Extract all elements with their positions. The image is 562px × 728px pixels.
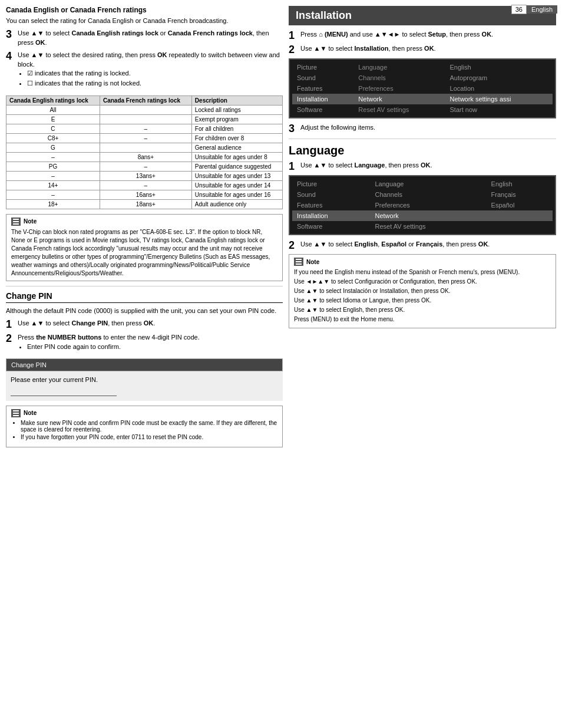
ratings-note-box: Note The V-Chip can block non rated prog… [6,214,283,281]
menu-cell-2: English [487,179,553,189]
language-note-line: Use ▲▼ to select Instalación or Installa… [294,287,551,295]
menu-cell-1: Network [353,94,445,104]
menu-cell-2: Network settings assi [445,94,553,104]
table-cell: Unsuitable for ages under 16 [191,190,282,199]
table-header-col3: Description [191,95,282,105]
step-content: Use ▲▼ to select the desired rating, the… [18,51,283,92]
installation-step2: 2 Use ▲▼ to select Installation, then pr… [289,44,556,55]
table-cell: For all children [191,124,282,133]
note-icon [294,258,303,266]
installation-step3: 3 Adjust the following items. [289,123,556,134]
ratings-step4: 4 Use ▲▼ to select the desired rating, t… [6,51,283,92]
left-column: Canada English or Canada French ratings … [6,6,283,722]
menu-cell-1: Reset AV settings [371,221,487,232]
menu-cell-1: Channels [371,189,487,200]
table-cell: Exempt program [191,114,282,124]
menu-row: FeaturesPreferencesEspañol [292,200,553,210]
menu-cell-1: Preferences [353,83,445,94]
menu-cell-2: Start now [445,104,553,115]
menu-row: PictureLanguageEnglish [292,62,553,73]
language-note-line: If you need the English menu instead of … [294,268,551,276]
language-step2: 2 Use ▲▼ to select English, Español or F… [289,240,556,251]
page-language: English [527,5,557,14]
step-num: 1 [289,30,297,41]
menu-cell-2 [487,221,553,232]
pin-input-underline[interactable] [11,387,117,396]
step-num: 3 [289,123,297,134]
step-num: 1 [289,161,297,172]
note-lines-icon [13,410,19,416]
menu-cell-2: English [445,62,553,73]
menu-cell-1: Language [371,179,487,189]
note-label: Note [306,259,319,265]
language-note-line: Use ▲▼ to select Idioma or Langue, then … [294,297,551,305]
menu-cell-1: Reset AV settings [353,104,445,115]
table-cell: E [6,114,100,124]
table-cell [100,114,191,124]
table-header-col2: Canada French ratings lock [100,95,191,105]
step-num: 2 [289,44,297,55]
menu-cell-1: Language [353,62,445,73]
step-num: 1 [6,319,14,330]
ratings-note-text: The V-Chip can block non rated programs … [11,228,277,278]
table-cell: G [6,143,100,152]
menu-cell-0: Installation [292,94,353,104]
language-menu-box: PictureLanguageEnglishSoundChannelsFranç… [289,175,556,235]
table-cell [100,105,191,114]
table-cell: Adult audience only [191,199,282,209]
step-num: 2 [289,240,297,251]
pin-note-bullet: If you have forgotten your PIN code, ent… [21,434,277,440]
note-label: Note [24,410,37,416]
table-cell: Parental guidance suggested [191,162,282,171]
pin-bullet: Enter PIN code again to confirm. [27,342,283,351]
table-cell: 18+ [6,199,100,209]
table-cell: 18ans+ [100,199,191,209]
bullet-unlocked: ☐ indicates that the rating is not locke… [27,79,283,88]
language-step1: 1 Use ▲▼ to select Language, then press … [289,161,556,172]
note-icon [11,218,21,226]
menu-cell-0: Sound [292,189,371,200]
table-cell: – [6,152,100,162]
table-cell: 13ans+ [100,171,191,180]
step-num: 3 [6,29,14,39]
language-note-box: Note If you need the English menu instea… [289,254,556,328]
menu-row: SoftwareReset AV settings [292,221,553,232]
table-cell: – [100,124,191,133]
menu-cell-2: Français [487,189,553,200]
installation-step1: 1 Press ⌂ (MENU) and use ▲▼◄► to select … [289,30,556,41]
ratings-section-title: Canada English or Canada French ratings [6,6,283,14]
ratings-intro: You can select the rating for Canada Eng… [6,17,283,25]
table-cell: – [100,162,191,171]
table-cell: C [6,124,100,133]
table-cell: – [6,171,100,180]
menu-cell-0: Installation [292,210,371,221]
menu-row: InstallationNetwork [292,210,553,221]
table-cell: 8ans+ [100,152,191,162]
step-content: Press the NUMBER buttons to enter the ne… [18,333,283,355]
pin-box-label: Change PIN [11,361,47,368]
table-cell: PG [6,162,100,171]
table-header-col1: Canada English ratings lock [6,95,100,105]
table-cell: General audience [191,143,282,152]
step-content: Use ▲▼ to select Language, then press OK… [300,161,556,170]
step-content: Use ▲▼ to select Installation, then pres… [300,44,556,53]
change-pin-step2: 2 Press the NUMBER buttons to enter the … [6,333,283,355]
menu-cell-0: Sound [292,73,353,83]
pin-note-bullet: Make sure new PIN code and confirm PIN c… [21,420,277,433]
bullet-locked: ☑ indicates that the rating is locked. [27,69,283,78]
pin-box-text: Please enter your current PIN. [11,376,278,383]
menu-cell-0: Features [292,200,371,210]
menu-cell-0: Software [292,221,371,232]
menu-cell-0: Picture [292,179,371,189]
step-num: 2 [6,333,14,344]
menu-row: SoftwareReset AV settingsStart now [292,104,553,115]
language-note-line: Use ◄►▲▼ to select Configuración or Conf… [294,278,551,286]
menu-cell-1: Channels [353,73,445,83]
note-icon [11,409,21,417]
menu-cell-1: Preferences [371,200,487,210]
right-column: Installation 1 Press ⌂ (MENU) and use ▲▼… [289,6,556,722]
menu-cell-0: Features [292,83,353,94]
step-content: Press ⌂ (MENU) and use ▲▼◄► to select Se… [300,30,556,39]
menu-cell-0: Picture [292,62,353,73]
menu-row: PictureLanguageEnglish [292,179,553,189]
